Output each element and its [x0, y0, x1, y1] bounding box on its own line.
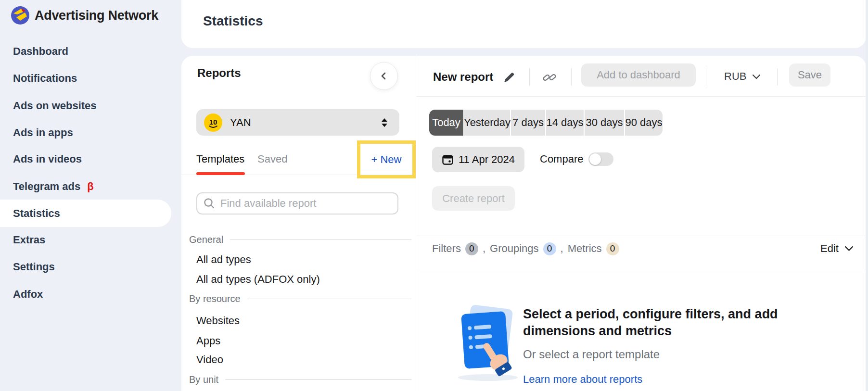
main-panel: Reports 10 YAN Templates Saved + New Gen… [181, 56, 866, 391]
sidebar-item-label: Dashboard [13, 45, 68, 58]
groupings-label: Groupings [490, 242, 539, 255]
tab-templates[interactable]: Templates [196, 153, 244, 167]
account-name: YAN [230, 116, 379, 129]
report-setup-illustration-icon [453, 305, 525, 382]
chevron-down-icon [752, 74, 761, 79]
editor-header-divider [416, 96, 866, 97]
brand: Advertising Network [11, 6, 158, 25]
sidebar-item-ads-on-websites[interactable]: Ads on websites [0, 92, 171, 119]
header-divider [777, 68, 778, 86]
sidebar-item-label: Settings [13, 261, 55, 273]
sidebar-item-statistics[interactable]: Statistics [0, 200, 171, 227]
edit-summary-button[interactable]: Edit [820, 241, 854, 256]
compare-label: Compare [540, 152, 583, 166]
date-range-segments: Today Yesterday 7 days 14 days 30 days 9… [429, 110, 663, 136]
brand-logo-icon [11, 6, 30, 25]
range-90-days[interactable]: 90 days [625, 110, 663, 136]
range-14-days[interactable]: 14 days [546, 110, 584, 136]
report-title: New report [433, 70, 493, 84]
sort-arrows-icon [379, 117, 390, 128]
date-picker[interactable]: 11 Apr 2024 [432, 147, 524, 172]
compare-toggle[interactable] [588, 152, 613, 166]
section-header-by-unit: By unit [189, 374, 411, 385]
section-divider [225, 379, 411, 380]
report-template-apps[interactable]: Apps [196, 334, 220, 348]
sidebar-item-label: Notifications [13, 72, 77, 85]
range-7-days[interactable]: 7 days [511, 110, 545, 136]
calendar-icon [442, 153, 454, 165]
empty-state-heading: Select a period, configure filters, and … [523, 306, 826, 340]
new-report-highlight-box: + New [357, 140, 416, 178]
currency-value: RUB [724, 70, 746, 83]
range-30-days[interactable]: 30 days [585, 110, 624, 136]
chevron-left-icon [379, 71, 389, 81]
section-divider [230, 240, 411, 240]
page-title: Statistics [203, 13, 263, 29]
header-divider [529, 68, 530, 86]
sidebar-item-label: Telegram ads [13, 180, 80, 193]
range-yesterday[interactable]: Yesterday [464, 110, 510, 136]
save-button[interactable]: Save [789, 63, 830, 87]
search-input[interactable] [220, 197, 392, 210]
report-template-all-ad-types[interactable]: All ad types [196, 252, 251, 267]
empty-state-subheading: Or select a report template [523, 348, 660, 361]
sidebar-item-settings[interactable]: Settings [0, 253, 171, 280]
sidebar: Advertising Network Dashboard Notificati… [0, 0, 181, 391]
currency-select[interactable]: RUB [724, 70, 761, 83]
collapse-panel-button[interactable] [370, 62, 398, 90]
section-header-by-resource: By resource [189, 293, 411, 304]
sidebar-item-telegram-ads[interactable]: Telegram ads β [0, 173, 171, 200]
sidebar-item-label: Ads in apps [13, 126, 73, 139]
column-divider [416, 56, 416, 391]
section-label: By unit [189, 374, 218, 385]
page-header: Statistics [181, 0, 866, 48]
report-template-all-ad-types-adfox[interactable]: All ad types (ADFOX only) [196, 272, 320, 287]
scrollbar-track[interactable] [866, 0, 868, 391]
brand-title: Advertising Network [35, 8, 158, 23]
filters-label: Filters [432, 242, 461, 255]
header-divider [706, 68, 706, 86]
header-divider [571, 68, 572, 86]
toggle-knob [589, 153, 601, 165]
create-report-button[interactable]: Create report [432, 186, 515, 211]
metrics-label: Metrics [568, 242, 602, 255]
tab-saved[interactable]: Saved [257, 153, 287, 167]
rename-report-button[interactable] [503, 71, 516, 84]
learn-more-link[interactable]: Learn more about reports [523, 373, 642, 386]
sidebar-item-notifications[interactable]: Notifications [0, 64, 171, 92]
active-tab-indicator [196, 172, 245, 175]
sidebar-item-adfox[interactable]: Adfox [0, 280, 171, 308]
sidebar-item-dashboard[interactable]: Dashboard [0, 38, 171, 65]
chevron-down-icon [844, 246, 854, 252]
copy-link-button[interactable] [542, 72, 557, 83]
sidebar-item-label: Ads on websites [13, 100, 97, 112]
report-search [196, 192, 398, 214]
sidebar-item-ads-in-apps[interactable]: Ads in apps [0, 119, 171, 146]
report-template-video[interactable]: Video [196, 353, 223, 367]
reports-panel-title: Reports [197, 66, 241, 80]
sidebar-item-ads-in-videos[interactable]: Ads in videos [0, 145, 171, 173]
report-config-summary: Filters 0 , Groupings 0 , Metrics 0 [432, 241, 619, 256]
section-divider [247, 299, 411, 299]
summary-top-divider [416, 236, 866, 236]
section-label: By resource [189, 293, 241, 304]
add-to-dashboard-button[interactable]: Add to dashboard [581, 63, 696, 87]
sidebar-item-label: Ads in videos [13, 153, 82, 165]
new-report-link[interactable]: + New [371, 153, 402, 166]
section-header-general: General [189, 234, 411, 245]
date-value: 11 Apr 2024 [459, 153, 515, 166]
metrics-count-badge: 0 [606, 242, 619, 255]
range-today[interactable]: Today [429, 110, 463, 136]
groupings-count-badge: 0 [543, 242, 556, 255]
report-template-websites[interactable]: Websites [196, 314, 240, 328]
separator: , [483, 242, 485, 255]
section-label: General [189, 234, 223, 245]
account-select[interactable]: 10 YAN [196, 109, 399, 136]
sidebar-item-label: Adfox [13, 288, 43, 301]
link-icon [542, 72, 557, 83]
sidebar-item-label: Statistics [13, 207, 60, 220]
pencil-icon [503, 71, 516, 84]
search-icon [203, 197, 216, 210]
sidebar-item-extras[interactable]: Extras [0, 226, 171, 253]
edit-label: Edit [820, 242, 839, 255]
